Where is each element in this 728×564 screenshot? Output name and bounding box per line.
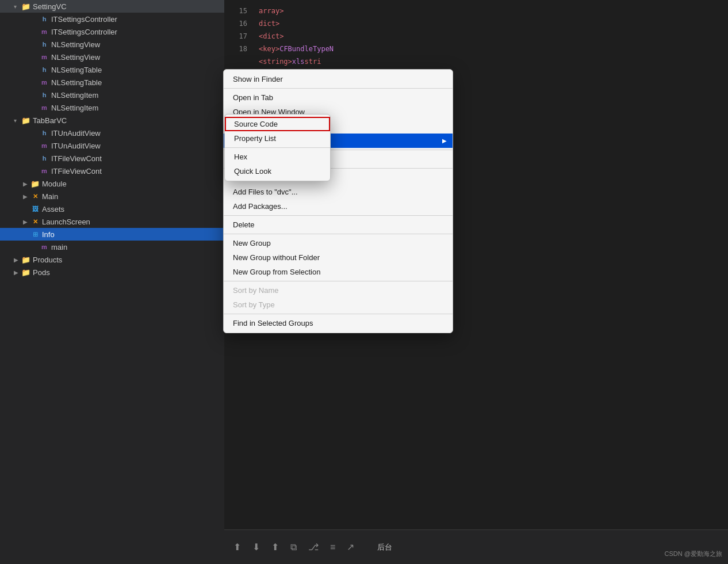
toolbar-icon-5[interactable]: ⎇ (308, 542, 319, 552)
sidebar-item-label-pods: Pods (33, 268, 50, 277)
triangle-tabbarvc: ▾ (14, 117, 21, 124)
toolbar-icon-6[interactable]: ≡ (330, 542, 335, 552)
sidebar-item-itunauditview-h[interactable]: hITUnAuditView (0, 127, 224, 139)
context-menu-item-open-in-tab[interactable]: Open in Tab (224, 90, 453, 105)
context-menu-label-sort-by-name: Sort by Name (233, 286, 278, 295)
folder-icon: 📁 (21, 268, 31, 277)
xml-bracket: > (279, 7, 283, 15)
submenu-item-source-code[interactable]: Source Code (225, 117, 330, 131)
sidebar-item-itfileviewcont-h[interactable]: hITFileViewCont (0, 152, 224, 165)
sidebar-item-pods[interactable]: ▶📁Pods (0, 266, 224, 279)
sidebar-item-itsettingscontroller-m[interactable]: mITSettingsController (0, 25, 224, 38)
m-icon: m (39, 243, 49, 250)
context-menu-separator (224, 314, 453, 314)
m-icon: m (39, 28, 49, 35)
sidebar-item-launchscreen[interactable]: ▶✕LaunchScreen (0, 215, 224, 228)
h-icon: h (39, 16, 49, 22)
submenu-separator (225, 147, 330, 148)
context-menu-item-show-in-finder[interactable]: Show in Finder (224, 72, 453, 86)
sidebar-item-label-itsettingscontroller-h: ITSettingsController (51, 15, 117, 24)
context-menu-label-open-in-tab: Open in Tab (233, 93, 273, 102)
sidebar-item-label-nlsettingitem-h: NLSettingItem (51, 91, 98, 100)
file-navigator: ▾📁SettingVC hITSettingsController mITSet… (0, 0, 224, 564)
sidebar-item-label-nlsettingtable-h: NLSettingTable (51, 66, 102, 74)
context-menu: Show in FinderOpen in TabOpen in New Win… (223, 69, 453, 333)
code-line: <dict> (259, 30, 728, 43)
submenu-arrow: ▶ (442, 138, 447, 144)
sidebar-item-nlsettingitem-m[interactable]: mNLSettingItem (0, 101, 224, 114)
assets-icon: 🖼 (30, 205, 40, 212)
context-menu-label-show-in-finder: Show in Finder (233, 75, 283, 83)
sidebar-item-label-itfileviewcont-h: ITFileViewCont (51, 154, 102, 163)
sidebar-item-nlsettingtable-h[interactable]: hNLSettingTable (0, 63, 224, 76)
toolbar-icon-2[interactable]: ⬇ (252, 542, 260, 552)
sidebar-item-info[interactable]: ⊞Info (0, 228, 224, 241)
context-menu-label-new-group-without-folder: New Group without Folder (233, 253, 320, 262)
submenu-label-source-code: Source Code (234, 120, 278, 128)
sidebar-item-itsettingscontroller-h[interactable]: hITSettingsController (0, 13, 224, 25)
sidebar-item-nlsettingview-m[interactable]: mNLSettingView (0, 51, 224, 63)
line-number: 17 (224, 30, 247, 43)
context-menu-item-new-group-without-folder[interactable]: New Group without Folder (224, 250, 453, 265)
context-menu-separator (224, 281, 453, 281)
watermark: CSDN @爱勤海之旅 (665, 550, 722, 558)
h-icon: h (39, 92, 49, 98)
xml-text: xls (292, 58, 305, 66)
context-menu-item-new-group-from-selection[interactable]: New Group from Selection (224, 265, 453, 279)
xml-tag: array (259, 7, 279, 15)
sidebar-item-nlsettingtable-m[interactable]: mNLSettingTable (0, 76, 224, 89)
context-menu-item-find-in-selected[interactable]: Find in Selected Groups (224, 316, 453, 330)
sidebar-item-label-nlsettingview-m: NLSettingView (51, 53, 100, 62)
toolbar-icon-3[interactable]: ⬆ (271, 542, 279, 552)
line-number: 16 (224, 17, 247, 30)
toolbar-icon-4[interactable]: ⧉ (290, 542, 297, 552)
sidebar-item-label-settingvc: SettingVC (33, 2, 67, 11)
line-number: 18 (224, 43, 247, 55)
folder-icon: 📁 (21, 116, 31, 125)
sidebar-item-label-itfileviewcont-m: ITFileViewCont (51, 167, 102, 176)
sidebar-item-main[interactable]: ▶✕Main (0, 190, 224, 203)
context-menu-item-add-files[interactable]: Add Files to "dvc"... (224, 185, 453, 199)
context-menu-item-delete[interactable]: Delete (224, 218, 453, 232)
sidebar-item-module[interactable]: ▶📁Module (0, 177, 224, 190)
context-menu-separator (224, 234, 453, 234)
submenu: Source CodeProperty ListHexQuick Look (224, 114, 331, 181)
sidebar-item-tabbarvc[interactable]: ▾📁TabBarVC (0, 114, 224, 127)
context-menu-item-new-group[interactable]: New Group (224, 236, 453, 250)
triangle-products: ▶ (14, 257, 21, 263)
code-line: <key>CFBundleTypeN (259, 43, 728, 55)
h-icon: h (39, 41, 49, 48)
context-menu-label-add-files: Add Files to "dvc"... (233, 188, 298, 196)
sidebar-item-label-nlsettingtable-m: NLSettingTable (51, 78, 102, 87)
context-menu-label-new-group: New Group (233, 239, 271, 247)
context-menu-label-new-group-from-selection: New Group from Selection (233, 268, 320, 276)
sidebar-item-label-assets: Assets (42, 205, 64, 214)
submenu-item-quick-look[interactable]: Quick Look (225, 164, 330, 178)
sidebar-item-assets[interactable]: 🖼Assets (0, 203, 224, 215)
sidebar-item-main-m[interactable]: mmain (0, 241, 224, 253)
submenu-item-property-list[interactable]: Property List (225, 131, 330, 146)
xml-tag: stri (305, 58, 321, 66)
sidebar-item-itunauditview-m[interactable]: mITUnAuditView (0, 139, 224, 152)
h-icon: h (39, 66, 49, 73)
sidebar-item-itfileviewcont-m[interactable]: mITFileViewCont (0, 165, 224, 177)
context-menu-label-delete: Delete (233, 220, 255, 229)
sidebar-item-products[interactable]: ▶📁Products (0, 253, 224, 266)
info-icon: ⊞ (30, 231, 40, 238)
sidebar-item-label-module: Module (42, 180, 67, 188)
submenu-item-hex[interactable]: Hex (225, 150, 330, 164)
context-menu-item-sort-by-type: Sort by Type (224, 298, 453, 312)
code-line: <string>xlsstri (259, 55, 728, 68)
triangle-main: ▶ (23, 193, 30, 200)
toolbar-icon-1[interactable]: ⬆ (233, 542, 241, 552)
sidebar-item-nlsettingitem-h[interactable]: hNLSettingItem (0, 89, 224, 101)
context-menu-item-add-packages[interactable]: Add Packages... (224, 199, 453, 214)
h-icon: h (39, 129, 49, 136)
sidebar-item-settingvc[interactable]: ▾📁SettingVC (0, 0, 224, 13)
sidebar-item-label-launchscreen: LaunchScreen (42, 218, 90, 226)
toolbar-icon-7[interactable]: ↗ (347, 542, 354, 552)
triangle-module: ▶ (23, 181, 30, 187)
sidebar-item-label-main: Main (42, 192, 58, 201)
sidebar-item-nlsettingview-h[interactable]: hNLSettingView (0, 38, 224, 51)
status-text: 后台 (377, 542, 392, 552)
